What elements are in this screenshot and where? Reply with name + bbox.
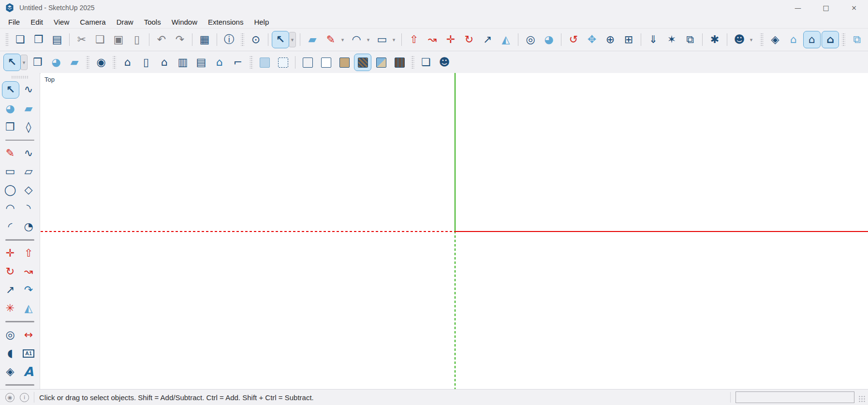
select-tool-button[interactable]: ↖ (2, 81, 19, 99)
scale-tool-button[interactable]: ↗ (2, 282, 18, 298)
model-info-button[interactable]: ⓘ (221, 31, 238, 48)
display-section-fill-button[interactable]: ⌂ (822, 31, 839, 48)
select-tool-dropdown-button[interactable]: ▾ (289, 32, 296, 47)
components-button[interactable]: ❒ (2, 119, 18, 135)
select-tool-button[interactable]: ↖ (272, 31, 289, 48)
section-plane-tool-button[interactable]: ◈ (766, 31, 784, 48)
toolbar-drag-handle[interactable] (760, 33, 764, 46)
three-point-arc-tool-button[interactable]: ◜ (2, 218, 18, 235)
account-button[interactable]: ☻ (731, 31, 748, 48)
menu-edit[interactable]: Edit (25, 17, 48, 27)
menu-extensions[interactable]: Extensions (203, 17, 249, 27)
eraser-tool-button[interactable]: ▰ (304, 31, 321, 48)
select-tool-button[interactable]: ↖ (3, 54, 21, 71)
shape-tool-dropdown-button[interactable]: ▾ (390, 31, 397, 48)
toolbar-drag-handle[interactable] (411, 56, 414, 69)
line-tool-button[interactable]: ✎ (2, 145, 18, 161)
zoom-extents-button[interactable]: ⊞ (620, 31, 637, 48)
house-outline-tool-button[interactable]: ⌂ (211, 54, 228, 71)
extension-manager-button[interactable]: ✱ (706, 31, 723, 48)
3d-warehouse-button[interactable]: ⇓ (645, 31, 662, 48)
rotate-tool-button[interactable]: ↻ (460, 31, 478, 48)
arc-tool-button[interactable]: ◠ (348, 31, 365, 48)
toolbar-drag-handle[interactable] (5, 33, 9, 46)
components-button[interactable]: ❒ (29, 54, 46, 71)
move-tool-button[interactable]: ✛ (442, 31, 459, 48)
circle-tool-button[interactable]: ◯ (2, 182, 18, 198)
menu-draw[interactable]: Draw (111, 17, 139, 27)
menu-help[interactable]: Help (249, 17, 274, 27)
cut-button[interactable]: ✂ (73, 31, 90, 48)
cabinet-tool-button[interactable]: ▤ (192, 54, 210, 71)
follow-me-tool-button[interactable]: ↝ (20, 263, 37, 280)
axes-tool-button[interactable]: ✳ (2, 300, 18, 317)
paint-bucket-tool-button[interactable]: ◕ (540, 31, 558, 48)
arc-tool-dropdown-button[interactable]: ▾ (365, 31, 372, 48)
orbit-tool-button[interactable]: ↺ (565, 31, 582, 48)
drawing-canvas[interactable]: Top (41, 73, 868, 389)
paste-button[interactable]: ▣ (110, 31, 127, 48)
eraser-tool-button[interactable]: ▰ (20, 101, 37, 117)
style-monochrome-button[interactable] (372, 54, 390, 71)
minimize-button[interactable]: — (784, 0, 812, 15)
add-person-button[interactable]: ☻ (436, 54, 453, 71)
redo-button[interactable]: ↷ (171, 31, 189, 48)
geolocation-status-icon[interactable]: ◉ (5, 393, 15, 402)
polygon-tool-button[interactable]: ◇ (20, 182, 37, 198)
line-tool-button[interactable]: ✎ (322, 31, 339, 48)
close-button[interactable]: × (840, 0, 868, 15)
toolbar-drag-handle[interactable] (842, 33, 845, 46)
measurements-input[interactable] (736, 391, 854, 403)
double-door-tool-button[interactable]: ▥ (174, 54, 191, 71)
toolbar-drag-handle[interactable] (113, 56, 116, 69)
new-file-button[interactable]: ❏ (12, 31, 29, 48)
eraser-tool-button[interactable]: ▰ (66, 54, 83, 71)
dimension-tool-button[interactable]: ↔ (20, 327, 37, 343)
paint-bucket-tool-button[interactable]: ◕ (47, 54, 65, 71)
arc-tool-button[interactable]: ◠ (2, 200, 18, 217)
lasso-select-tool-button[interactable]: ∿ (20, 81, 37, 98)
text-tool-button[interactable]: A1 (20, 345, 37, 362)
send-to-layout-button[interactable]: ⧉ (681, 31, 699, 48)
style-xray-button[interactable] (256, 54, 273, 71)
flip-tool-button[interactable]: ◭ (497, 31, 515, 48)
delete-button[interactable]: ▯ (128, 31, 146, 48)
toolbar-drag-handle[interactable] (250, 56, 253, 69)
offset-tool-button[interactable]: ↷ (20, 282, 37, 298)
rotated-rectangle-tool-button[interactable]: ▱ (20, 163, 37, 180)
shape-tool-button[interactable]: ▭ (373, 31, 391, 48)
pan-tool-button[interactable]: ✥ (583, 31, 601, 48)
menu-file[interactable]: File (3, 17, 25, 27)
maximize-button[interactable]: □ (812, 0, 840, 15)
rotate-tool-button[interactable]: ↻ (2, 263, 18, 280)
resize-grip[interactable] (858, 395, 866, 403)
tape-measure-tool-button[interactable]: ◎ (2, 327, 18, 343)
account-dropdown-button[interactable]: ▾ (748, 31, 755, 48)
door-tool-button[interactable]: ▯ (137, 54, 155, 71)
extension-warehouse-button[interactable]: ✶ (663, 31, 680, 48)
menu-window[interactable]: Window (166, 17, 203, 27)
scale-tool-button[interactable]: ↗ (479, 31, 496, 48)
palette-drag-handle[interactable] (12, 75, 28, 79)
toolbar-drag-handle[interactable] (241, 33, 244, 46)
move-tool-button[interactable]: ✛ (2, 245, 18, 261)
style-shaded-textures-button[interactable] (354, 54, 371, 71)
house-builder-button[interactable]: ⌂ (119, 54, 136, 71)
protractor-tool-button[interactable]: ◖ (2, 345, 18, 362)
two-point-arc-tool-button[interactable]: ◝ (20, 200, 37, 217)
paint-bucket-tool-button[interactable]: ◕ (2, 101, 18, 117)
add-location-button[interactable]: ◉ (92, 54, 110, 71)
print-button[interactable]: ▦ (196, 31, 213, 48)
style-back-edges-button[interactable] (274, 54, 292, 71)
style-wireframe-button[interactable] (299, 54, 316, 71)
style-shaded-button[interactable] (336, 54, 353, 71)
select-tool-dropdown-button[interactable]: ▾ (20, 55, 28, 70)
freehand-tool-button[interactable]: ∿ (20, 145, 37, 161)
open-file-button[interactable]: ❐ (30, 31, 47, 48)
copy-button[interactable]: ❑ (91, 31, 109, 48)
menu-view[interactable]: View (48, 17, 74, 27)
menu-camera[interactable]: Camera (74, 17, 111, 27)
style-hidden-line-button[interactable] (317, 54, 335, 71)
search-button[interactable]: ⊙ (247, 31, 265, 48)
flip-tool-button[interactable]: ◭ (20, 300, 37, 317)
